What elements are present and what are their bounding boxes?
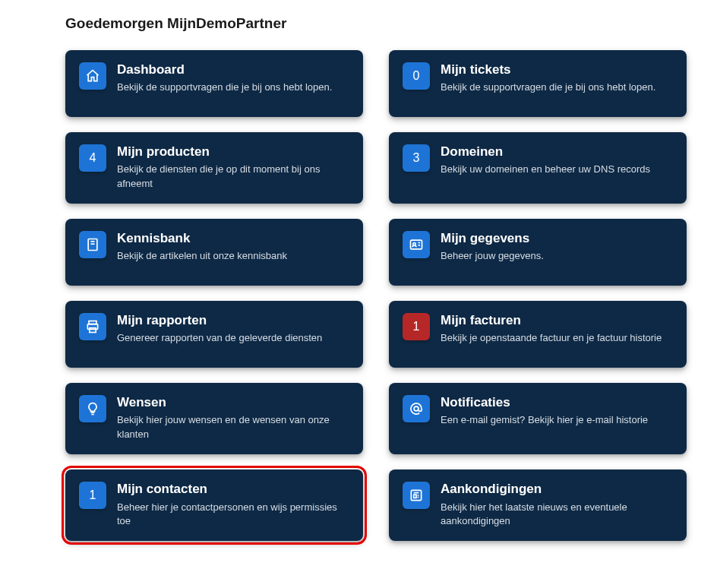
card-announcements[interactable]: Aankondigingen Bekijk hier het laatste n… [389,469,687,541]
printer-icon [79,313,106,340]
card-title: Wensen [117,395,349,410]
id-card-icon [403,231,430,258]
card-title: Mijn facturen [441,313,673,328]
card-title: Mijn rapporten [117,313,349,328]
domains-count-badge: 3 [403,144,430,172]
at-icon [403,395,430,422]
products-count-badge: 4 [79,144,106,172]
card-title: Mijn tickets [441,62,673,77]
card-title: Mijn contacten [117,482,349,497]
card-desc: Bekijk je openstaande factuur en je fact… [441,331,673,346]
card-desc: Genereer rapporten van de geleverde dien… [117,331,349,346]
card-desc: Bekijk de diensten die je op dit moment … [117,163,349,191]
svg-rect-3 [411,240,422,249]
card-desc: Bekijk de artikelen uit onze kennisbank [117,249,349,264]
card-wishes[interactable]: Wensen Bekijk hier jouw wensen en de wen… [65,383,363,454]
newspaper-icon [403,482,430,509]
card-domains[interactable]: 3 Domeinen Bekijk uw domeinen en beheer … [389,132,687,204]
card-products[interactable]: 4 Mijn producten Bekijk de diensten die … [65,132,363,204]
svg-point-4 [413,243,415,245]
svg-rect-13 [414,495,416,498]
card-tickets[interactable]: 0 Mijn tickets Bekijk de supportvragen d… [389,50,687,117]
card-desc: Bekijk hier het laatste nieuws en eventu… [441,501,673,530]
card-desc: Bekijk uw domeinen en beheer uw DNS reco… [441,163,673,177]
card-knowledge[interactable]: Kennisbank Bekijk de artikelen uit onze … [65,219,363,286]
card-desc: Beheer jouw gegevens. [441,249,673,264]
card-dashboard[interactable]: Dashboard Bekijk de supportvragen die je… [65,50,363,117]
ticket-count-badge: 0 [403,62,430,90]
card-title: Domeinen [441,144,673,160]
card-contacts[interactable]: 1 Mijn contacten Beheer hier je contactp… [65,469,363,541]
card-invoices[interactable]: 1 Mijn facturen Bekijk je openstaande fa… [389,301,687,368]
card-title: Notificaties [441,395,673,410]
svg-point-10 [414,406,419,411]
house-icon [79,62,106,90]
card-title: Aankondigingen [441,482,673,497]
card-desc: Een e-mail gemist? Bekijk hier je e-mail… [441,413,673,428]
dashboard-cards-grid: Dashboard Bekijk de supportvragen die je… [23,50,694,541]
card-desc: Bekijk de supportvragen die je bij ons h… [117,81,349,95]
card-title: Mijn producten [117,144,349,160]
card-desc: Bekijk hier jouw wensen en de wensen van… [117,413,349,442]
page-title: Goedemorgen MijnDemoPartner [65,15,694,32]
card-profile[interactable]: Mijn gegevens Beheer jouw gegevens. [389,219,687,286]
book-icon [79,231,106,258]
card-notifications[interactable]: Notificaties Een e-mail gemist? Bekijk h… [389,383,687,454]
card-title: Mijn gegevens [441,231,673,246]
card-reports[interactable]: Mijn rapporten Genereer rapporten van de… [65,301,363,368]
bulb-icon [79,395,106,422]
invoices-count-badge: 1 [403,313,430,340]
contacts-count-badge: 1 [79,482,106,509]
card-title: Dashboard [117,62,349,77]
card-desc: Beheer hier je contactpersonen en wijs p… [117,501,349,530]
card-desc: Bekijk de supportvragen die je bij ons h… [441,81,673,95]
card-title: Kennisbank [117,231,349,246]
